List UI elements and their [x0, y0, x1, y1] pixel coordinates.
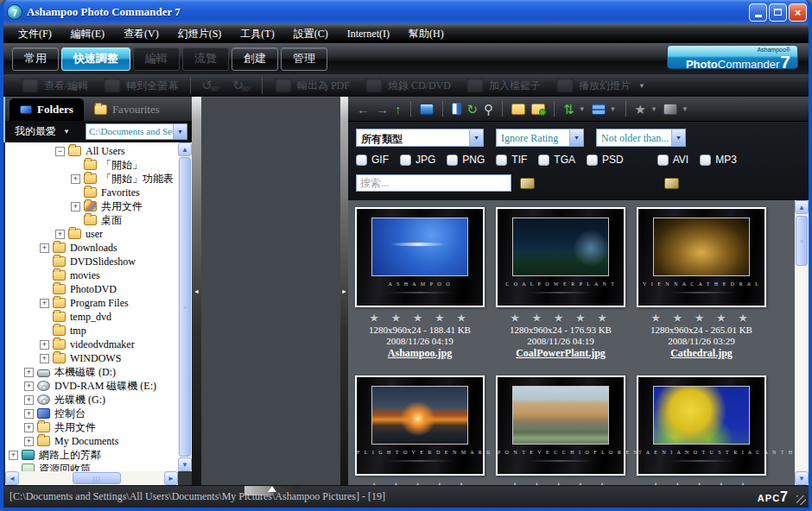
back-icon[interactable]: ← ▼: [357, 103, 370, 116]
ribbon-tab[interactable]: 流覽: [182, 47, 229, 71]
tree-item[interactable]: + 共用文件: [5, 420, 178, 434]
filetype-checkbox-avi[interactable]: AVI: [657, 154, 688, 166]
filetype-checkbox-psd[interactable]: PSD: [587, 154, 624, 166]
tree-item[interactable]: + 光碟機 (G:): [5, 393, 178, 407]
menu-item[interactable]: 編輯(E): [61, 27, 114, 41]
tree-item[interactable]: + 本機磁碟 (D:): [5, 365, 178, 379]
filetype-checkbox-gif[interactable]: GIF: [356, 154, 389, 166]
menu-item[interactable]: 設置(C): [284, 27, 338, 41]
fullscreen-button[interactable]: 轉到全螢幕: [96, 79, 186, 93]
tree-item[interactable]: + My Documents: [5, 434, 178, 448]
thumbnail-cell[interactable]: F L I G H T O V E R D E N M A R K ★ ★ ★ …: [355, 375, 485, 485]
filetype-checkbox-mp3[interactable]: MP3: [700, 154, 737, 166]
rating-filter[interactable]: Ignore Rating ▼: [496, 129, 584, 147]
minimize-button[interactable]: [749, 3, 767, 22]
play-slideshow-button[interactable]: 播放幻燈片▼: [549, 79, 653, 93]
chevron-down-icon[interactable]: ▼: [469, 129, 483, 146]
expand-box[interactable]: +: [9, 451, 18, 460]
filetype-checkbox-tga[interactable]: TGA: [538, 154, 575, 166]
tree-item[interactable]: − All Users: [5, 144, 178, 158]
file-type-filter[interactable]: 所有類型 ▼: [356, 129, 484, 147]
search-icon[interactable]: ⚲ ▼: [484, 103, 493, 116]
rating-stars[interactable]: ★ ★ ★ ★ ★: [496, 312, 625, 325]
favorites-dropdown-button[interactable]: 我的最愛▼: [10, 124, 75, 139]
ribbon-tab[interactable]: 常用: [12, 47, 59, 71]
expand-box[interactable]: +: [40, 243, 49, 253]
tree-item[interactable]: + Program Files: [5, 296, 178, 310]
search-in-results-icon[interactable]: [520, 178, 535, 189]
search-pictures-icon[interactable]: [664, 178, 679, 189]
filename-link[interactable]: Ashampoo.jpg: [355, 347, 485, 360]
tree-item[interactable]: Favorites: [5, 186, 178, 199]
thumbnail-cell[interactable]: T A E N I A N O T U S T R I A C A N T H …: [637, 375, 766, 485]
expand-box[interactable]: +: [24, 395, 34, 405]
scroll-down-arrow[interactable]: ▼: [795, 471, 809, 485]
chevron-down-icon[interactable]: ▼: [569, 129, 583, 146]
ribbon-tab[interactable]: 管理: [281, 47, 327, 71]
expand-box[interactable]: +: [24, 368, 34, 377]
filetype-checkbox-png[interactable]: PNG: [447, 154, 485, 166]
chevron-down-icon[interactable]: ▼: [671, 129, 685, 146]
checkbox[interactable]: [700, 155, 711, 166]
checkbox[interactable]: [447, 155, 458, 166]
file-basket-button[interactable]: 加入檔籃子: [459, 79, 549, 93]
expand-box[interactable]: +: [24, 382, 34, 391]
photo-thumbnail[interactable]: C O A L P O W E R P L A N T: [496, 207, 625, 307]
checkbox[interactable]: [400, 155, 411, 166]
checkbox[interactable]: [538, 155, 549, 166]
right-splitter[interactable]: ►: [340, 97, 348, 485]
expand-box[interactable]: +: [71, 174, 80, 184]
checkbox[interactable]: [356, 155, 367, 166]
scrollbar-thumb[interactable]: ≡: [179, 157, 191, 457]
rotate-right-button[interactable]: ↻90°: [226, 78, 257, 93]
checkbox[interactable]: [496, 155, 507, 166]
expand-box[interactable]: +: [24, 409, 34, 419]
tree-item[interactable]: + user: [5, 227, 178, 241]
thumbnail-cell[interactable]: C O A L P O W E R P L A N T ★ ★ ★ ★ ★ 12…: [496, 207, 625, 360]
scrollbar-thumb[interactable]: ≡: [796, 216, 808, 266]
expand-box[interactable]: +: [71, 202, 80, 211]
menu-item[interactable]: 幫助(H): [399, 27, 454, 41]
search-input[interactable]: [356, 174, 511, 192]
browse-folder-icon[interactable]: ▼: [511, 104, 525, 115]
left-splitter[interactable]: ◄: [192, 97, 201, 485]
tree-item[interactable]: + 共用文件: [5, 199, 178, 213]
photo-thumbnail[interactable]: V I E N N A C A T H E D R A L: [637, 207, 766, 307]
age-filter[interactable]: Not older than... ▼: [596, 129, 686, 147]
tree-item[interactable]: DVDSlideshow: [5, 255, 178, 268]
thumbnail-cell[interactable]: P O N T E V E C C H I O F L O R E N C E …: [496, 375, 625, 485]
checkbox[interactable]: [657, 155, 669, 166]
filetype-checkbox-tif[interactable]: TIF: [496, 154, 527, 166]
tree-item[interactable]: 資源回收筒: [5, 462, 178, 471]
preview-image-icon[interactable]: ▼: [420, 104, 434, 115]
view-mode-icon[interactable]: ▼: [592, 104, 617, 115]
photo-thumbnail[interactable]: A S H A M P O O: [355, 207, 485, 307]
expand-box[interactable]: +: [55, 230, 65, 239]
tree-item[interactable]: + Downloads: [5, 241, 178, 255]
tree-item[interactable]: movies: [5, 268, 178, 282]
photo-thumbnail[interactable]: F L I G H T O V E R D E N M A R K: [355, 375, 485, 476]
folder-ok-icon[interactable]: ▼: [531, 104, 545, 115]
photo-thumbnail[interactable]: P O N T E V E C C H I O F L O R E N C E: [496, 375, 625, 476]
rating-icon[interactable]: ★ ▼: [635, 103, 657, 116]
close-button[interactable]: ×: [789, 3, 807, 22]
tree-item[interactable]: + DVD-RAM 磁碟機 (E:): [5, 379, 178, 393]
thumbnail-vertical-scrollbar[interactable]: ▲ ≡ ▼: [795, 200, 809, 485]
tree-vertical-scrollbar[interactable]: ▲ ≡ ▼: [178, 142, 192, 471]
thumbnail-cell[interactable]: A S H A M P O O ★ ★ ★ ★ ★ 1280x960x24 - …: [355, 207, 485, 360]
copy-move-icon[interactable]: ▼: [663, 104, 688, 115]
tree-item[interactable]: temp_dvd: [5, 310, 178, 324]
tree-item[interactable]: tmp: [5, 324, 178, 338]
photo-thumbnail[interactable]: T A E N I A N O T U S T R I A C A N T H …: [637, 375, 766, 476]
scroll-left-arrow[interactable]: ◄: [5, 471, 19, 485]
tab-folders[interactable]: Folders: [10, 98, 84, 121]
tree-horizontal-scrollbar[interactable]: ◄ ||| ►: [5, 471, 178, 485]
expand-box[interactable]: +: [40, 299, 49, 308]
scroll-up-arrow[interactable]: ▲: [795, 200, 809, 214]
rotate-left-button[interactable]: ↺90°: [195, 78, 226, 93]
view-edit-button[interactable]: 查看/編輯: [14, 79, 96, 93]
menu-item[interactable]: 查看(V): [114, 27, 168, 41]
burn-cd-button[interactable]: 燒錄 CD/DVD: [358, 79, 459, 93]
ribbon-tab[interactable]: 快速調整: [61, 47, 130, 71]
file-info-icon[interactable]: ▼: [452, 103, 461, 115]
